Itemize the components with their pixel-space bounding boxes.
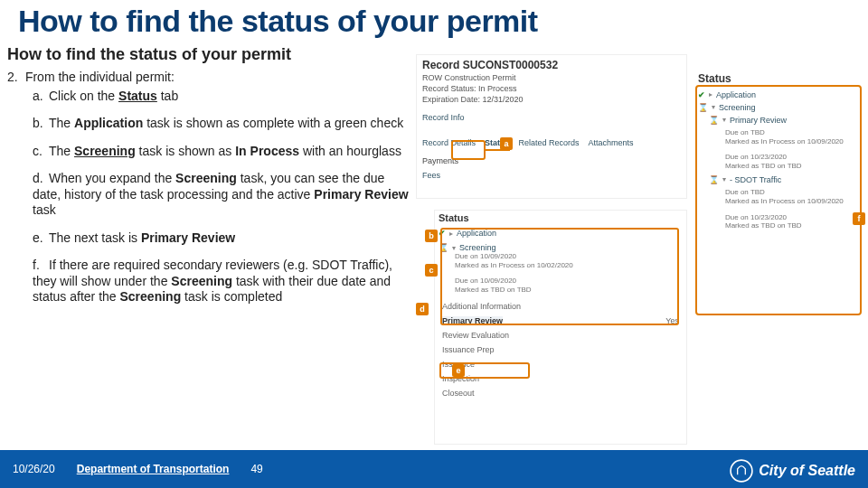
task-issuance-prep[interactable]: Issuance Prep: [439, 343, 683, 357]
task-review-eval[interactable]: Review Evaluation: [439, 328, 683, 343]
callout-f: f: [853, 212, 865, 225]
task-closeout[interactable]: Closeout: [439, 386, 683, 400]
seattle-logo-icon: [730, 459, 753, 483]
record-type: ROW Construction Permit: [422, 73, 681, 82]
svg-point-0: [731, 460, 752, 482]
footer-date: 10/26/20: [13, 463, 55, 475]
right-status-header: Status: [698, 72, 857, 85]
footer-dept: Department of Transportation: [77, 463, 230, 475]
record-title: Record SUCONST0000532: [422, 59, 681, 71]
highlight-box-status-tab: [451, 140, 486, 160]
status-header: Status: [439, 212, 683, 223]
tab-related[interactable]: Related Records: [519, 138, 580, 151]
step-text: From the individual permit:: [25, 70, 175, 84]
callout-d: d: [416, 303, 429, 315]
slide-title: How to find the status of your permit: [18, 4, 538, 39]
callout-e: e: [452, 364, 465, 377]
record-info-link[interactable]: Record Info: [422, 113, 681, 122]
footer-page: 49: [250, 463, 262, 475]
callout-a: a: [500, 137, 513, 150]
highlight-box-screening: [440, 228, 679, 325]
callout-c: c: [425, 264, 438, 277]
tab-attachments[interactable]: Attachments: [589, 138, 634, 151]
callout-b: b: [425, 230, 438, 242]
record-panel: Record SUCONST0000532 ROW Construction P…: [416, 54, 687, 199]
fees-link[interactable]: Fees: [422, 171, 681, 180]
footer-brand: City of Seattle: [730, 459, 855, 483]
slide-subtitle: How to find the status of your permit: [7, 45, 291, 64]
instructions-block: 2. From the individual permit: a.Click o…: [7, 70, 410, 317]
step-number: 2.: [7, 70, 22, 86]
highlight-box-right: [695, 85, 862, 315]
footer-bar: 10/26/20 Department of Transportation 49…: [0, 450, 868, 488]
